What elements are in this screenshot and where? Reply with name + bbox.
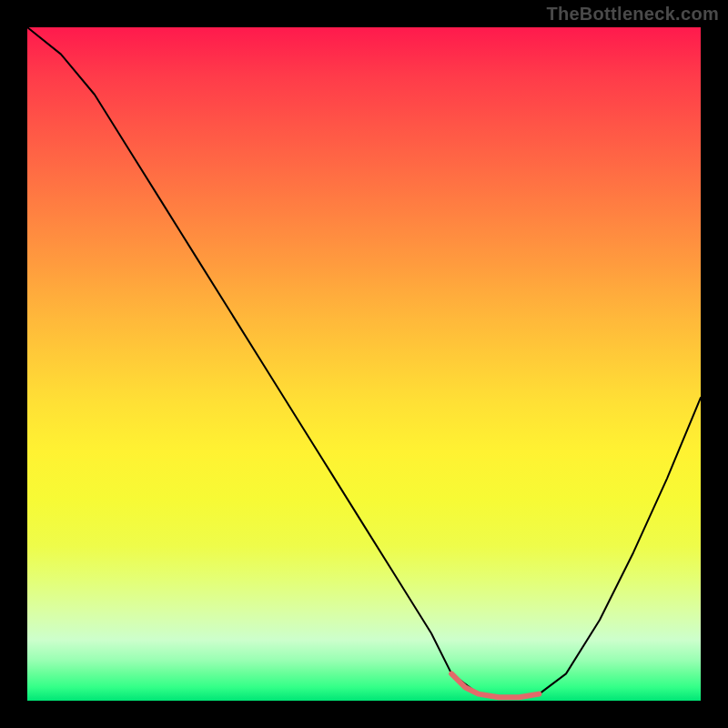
- bottleneck-curve-line: [27, 27, 701, 697]
- chart-frame: TheBottleneck.com: [0, 0, 728, 728]
- watermark-text: TheBottleneck.com: [546, 4, 719, 25]
- valley-highlight-line: [451, 673, 539, 697]
- chart-svg: [27, 27, 701, 701]
- chart-plot-area: [27, 27, 701, 701]
